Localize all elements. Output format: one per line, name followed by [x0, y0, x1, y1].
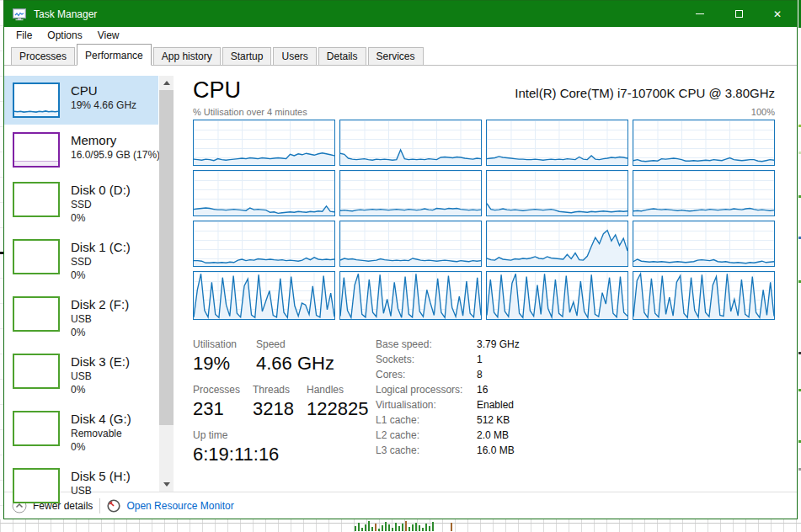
- logical-processor-graph-9[interactable]: [339, 221, 482, 267]
- sidebar-item-disk-5[interactable]: Disk 5 (H:)USB: [4, 461, 158, 510]
- disk-3-mini-graph: [13, 354, 60, 389]
- background-bar: [402, 524, 403, 531]
- tab-startup[interactable]: Startup: [222, 47, 272, 65]
- background-bar: [355, 526, 356, 531]
- logical-processor-graph-11[interactable]: [633, 221, 775, 267]
- scroll-up-arrow[interactable]: [159, 76, 174, 90]
- logical-processor-graph-2[interactable]: [486, 120, 628, 166]
- title-bar[interactable]: Task Manager ✕: [4, 1, 797, 27]
- spec-label: Virtualisation:: [376, 399, 477, 411]
- sidebar-item-title: Disk 0 (D:): [71, 182, 131, 198]
- disk-2-mini-graph: [13, 296, 60, 332]
- sidebar-item-disk-0[interactable]: Disk 0 (D:)SSD0%: [4, 175, 158, 231]
- logical-processor-graph-7[interactable]: [633, 170, 775, 216]
- sidebar: CPU19% 4.66 GHzMemory16.0/95.9 GB (17%)D…: [4, 66, 174, 492]
- tab-services[interactable]: Services: [368, 47, 424, 65]
- processes-value: 231: [193, 398, 253, 420]
- logical-processor-graph-6[interactable]: [486, 170, 628, 216]
- memory-mini-graph: [13, 132, 60, 168]
- background-bar: [388, 524, 390, 531]
- sidebar-item-title: Disk 2 (F:): [71, 296, 129, 312]
- sidebar-item-disk-1[interactable]: Disk 1 (C:)SSD0%: [4, 232, 158, 289]
- sidebar-scrollbar[interactable]: [159, 76, 174, 492]
- graph-axis-label: % Utilisation over 4 minutes: [193, 107, 307, 117]
- sidebar-item-cpu[interactable]: CPU19% 4.66 GHz: [4, 76, 158, 125]
- logical-processor-graph-5[interactable]: [339, 170, 482, 216]
- logical-processor-graph-14[interactable]: [486, 271, 628, 320]
- tab-bar: ProcessesPerformanceApp historyStartupUs…: [4, 44, 797, 66]
- logical-processor-graph-12[interactable]: [193, 271, 335, 320]
- background-bar: [368, 521, 370, 531]
- menu-item-options[interactable]: Options: [40, 28, 89, 43]
- spec-value: 3.79 GHz: [477, 338, 520, 350]
- background-bar: [365, 524, 366, 531]
- threads-value: 3218: [253, 398, 307, 420]
- spec-label: Sockets:: [376, 354, 477, 365]
- sidebar-item-subtitle: 0%: [71, 326, 129, 339]
- logical-processor-graph-15[interactable]: [633, 271, 775, 320]
- background-bar: [415, 523, 417, 531]
- sidebar-item-subtitle: USB: [71, 312, 129, 326]
- task-manager-window: Task Manager ✕ FileOptionsView Processes…: [3, 0, 798, 519]
- uptime-value: 6:19:11:16: [193, 444, 374, 466]
- background-bar: [451, 523, 452, 531]
- sidebar-item-disk-4[interactable]: Disk 4 (G:)Removable0%: [4, 404, 158, 460]
- logical-processor-graph-13[interactable]: [339, 271, 482, 320]
- sidebar-item-subtitle: 0%: [71, 211, 131, 225]
- spec-label: Logical processors:: [376, 384, 477, 396]
- sidebar-item-disk-2[interactable]: Disk 2 (F:)USB0%: [4, 290, 158, 346]
- disk-4-mini-graph: [13, 411, 60, 446]
- background-window-bottom-strip: [0, 519, 801, 532]
- sidebar-item-subtitle: Removable: [71, 427, 131, 440]
- spec-label: L2 cache:: [376, 429, 477, 441]
- logical-processor-graph-1[interactable]: [339, 120, 482, 166]
- background-bar: [382, 525, 383, 531]
- handles-value: 122825: [307, 398, 374, 420]
- spec-value: 1: [477, 354, 520, 365]
- processes-label: Processes: [193, 384, 253, 396]
- menu-bar: FileOptionsView: [4, 27, 797, 44]
- tab-details[interactable]: Details: [318, 47, 366, 65]
- minimize-button[interactable]: [681, 1, 719, 27]
- menu-item-view[interactable]: View: [90, 28, 127, 43]
- utilisation-label: Utilisation: [193, 338, 256, 350]
- menu-item-file[interactable]: File: [8, 28, 40, 43]
- logical-processor-graph-0[interactable]: [193, 120, 335, 166]
- sidebar-item-subtitle: 0%: [71, 383, 130, 396]
- background-bar: [422, 528, 424, 531]
- spec-label: Base speed:: [376, 338, 477, 350]
- uptime-label: Up time: [193, 429, 374, 441]
- spec-value: 16: [477, 384, 520, 396]
- logical-processor-graph-4[interactable]: [193, 170, 335, 216]
- page-title: CPU: [193, 77, 241, 103]
- spec-label: Cores:: [376, 369, 477, 380]
- sidebar-item-title: CPU: [71, 82, 136, 98]
- background-bar: [371, 527, 373, 531]
- tab-app-history[interactable]: App history: [153, 47, 221, 65]
- scrollbar-thumb[interactable]: [159, 90, 174, 425]
- spec-value: 16.0 MB: [477, 444, 520, 456]
- logical-processor-graph-10[interactable]: [486, 221, 628, 267]
- background-chart-bars: [355, 521, 452, 531]
- tab-users[interactable]: Users: [273, 47, 316, 65]
- sidebar-item-subtitle: SSD: [71, 255, 131, 269]
- maximize-button[interactable]: [719, 1, 758, 27]
- window-controls: ✕: [681, 1, 797, 27]
- sidebar-item-subtitle: 0%: [71, 440, 131, 454]
- scroll-down-arrow[interactable]: [159, 477, 174, 492]
- graph-max-label: 100%: [751, 107, 775, 117]
- tab-processes[interactable]: Processes: [11, 47, 75, 65]
- disk-1-mini-graph: [13, 239, 60, 274]
- sidebar-item-subtitle: 16.0/95.9 GB (17%): [71, 148, 158, 162]
- logical-processor-graphs[interactable]: [193, 120, 775, 320]
- sidebar-item-subtitle: 19% 4.66 GHz: [71, 98, 136, 112]
- close-button[interactable]: ✕: [758, 1, 797, 27]
- sidebar-item-disk-3[interactable]: Disk 3 (E:)USB0%: [4, 347, 158, 403]
- background-bar: [412, 524, 414, 531]
- handles-label: Handles: [307, 384, 374, 396]
- disk-5-mini-graph: [13, 468, 60, 503]
- logical-processor-graph-3[interactable]: [633, 120, 775, 166]
- tab-performance[interactable]: Performance: [77, 44, 152, 66]
- logical-processor-graph-8[interactable]: [193, 221, 335, 267]
- sidebar-item-memory[interactable]: Memory16.0/95.9 GB (17%): [4, 125, 158, 174]
